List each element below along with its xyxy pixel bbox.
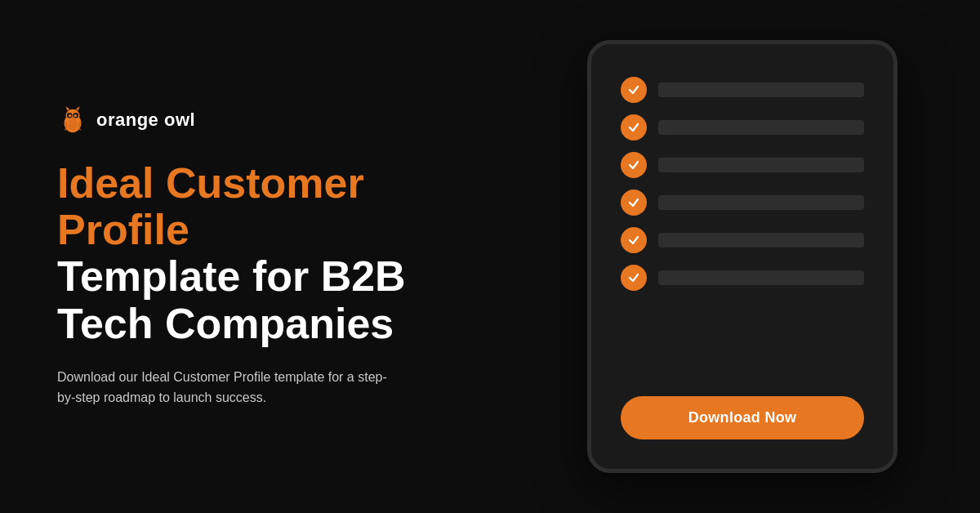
check-icon-3 — [621, 152, 647, 178]
svg-marker-3 — [76, 106, 80, 111]
list-item — [621, 227, 864, 253]
list-item — [621, 265, 864, 291]
bar-4 — [658, 195, 864, 210]
logo-text: orange owl — [96, 109, 195, 131]
list-item — [621, 77, 864, 103]
owl-logo-icon — [57, 105, 88, 136]
check-icon-6 — [621, 265, 647, 291]
svg-marker-2 — [65, 106, 69, 111]
left-panel: orange owl Ideal Customer Profile Templa… — [0, 56, 510, 457]
headline-line1: Ideal Customer Profile — [57, 160, 461, 253]
bar-5 — [658, 233, 864, 248]
bar-3 — [658, 158, 864, 172]
check-icon-4 — [621, 190, 647, 216]
bar-1 — [658, 83, 864, 97]
headline-line2: Template for B2B — [57, 253, 461, 300]
download-now-button[interactable]: Download Now — [621, 396, 864, 439]
list-item — [621, 152, 864, 178]
checklist — [621, 77, 864, 380]
list-item — [621, 190, 864, 216]
svg-point-7 — [74, 114, 77, 117]
headline-line3: Tech Companies — [57, 301, 461, 347]
svg-point-6 — [69, 114, 71, 117]
check-icon-2 — [621, 114, 647, 141]
logo-row: orange owl — [57, 105, 461, 136]
svg-point-9 — [68, 119, 77, 130]
list-item — [621, 114, 864, 141]
headline: Ideal Customer Profile Template for B2B … — [57, 160, 461, 347]
check-icon-1 — [621, 77, 647, 103]
tablet-mockup: Download Now — [587, 40, 898, 473]
right-panel: Download Now — [529, 0, 980, 513]
bar-2 — [658, 120, 864, 135]
bar-6 — [658, 270, 864, 285]
subtext: Download our Ideal Customer Profile temp… — [57, 367, 400, 408]
check-icon-5 — [621, 227, 647, 253]
